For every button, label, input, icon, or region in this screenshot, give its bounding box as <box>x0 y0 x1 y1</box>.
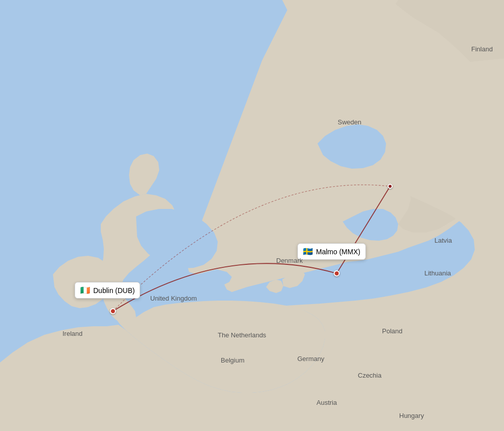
malmo-label-text: Malmo (MMX) <box>316 248 360 256</box>
dublin-label-text: Dublin (DUB) <box>93 286 135 295</box>
malmo-label: 🇸🇪 Malmo (MMX) <box>297 243 366 260</box>
ireland-flag: 🇮🇪 <box>80 285 90 295</box>
dublin-label: 🇮🇪 Dublin (DUB) <box>75 282 140 299</box>
map-container: 🇮🇪 Dublin (DUB) 🇸🇪 Malmo (MMX) Sweden Fi… <box>0 0 504 431</box>
base-map <box>0 0 504 431</box>
sweden-flag: 🇸🇪 <box>303 247 313 256</box>
dublin-dot <box>110 308 116 314</box>
stockholm-dot <box>388 184 393 189</box>
malmo-dot <box>334 270 340 276</box>
